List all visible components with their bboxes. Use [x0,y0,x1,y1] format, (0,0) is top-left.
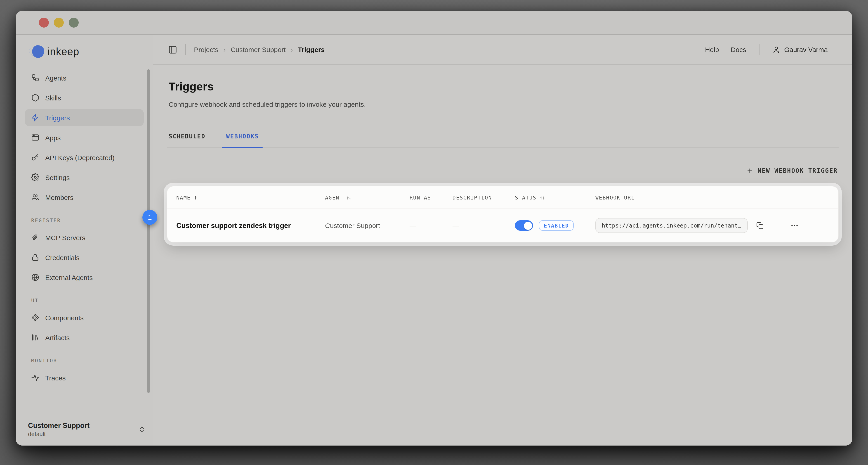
sidebar-item-triggers[interactable]: Triggers [25,109,144,126]
header-divider [185,44,186,55]
sidebar: inkeep Agents Skills Triggers [16,35,153,445]
trigger-url-cell: https://api.agents.inkeep.com/run/tenant… [595,218,829,233]
trigger-tabs: SCHEDULED WEBHOOKS [167,133,839,148]
trigger-status-cell: ENABLED [515,220,595,231]
trigger-name[interactable]: Customer support zendesk trigger [176,222,325,230]
sidebar-nav: Agents Skills Triggers Apps [16,69,153,206]
chevrons-up-down-icon [138,426,146,433]
user-icon [772,46,780,54]
zoom-window-button[interactable] [69,18,79,28]
panel-left-icon [168,45,177,54]
activity-icon [31,374,39,382]
page-description: Configure webhook and scheduled triggers… [168,100,839,108]
main-header: Projects › Customer Support › Triggers H… [153,35,852,65]
workflow-icon [31,74,39,82]
zap-icon [31,114,39,122]
sidebar-item-external-agents[interactable]: External Agents [25,269,144,286]
sidebar-item-skills[interactable]: Skills [25,89,144,106]
sidebar-toggle-button[interactable] [168,45,177,54]
copy-url-button[interactable] [756,222,764,230]
main-content: Projects › Customer Support › Triggers H… [153,35,852,445]
key-icon [31,153,39,162]
sidebar-item-credentials[interactable]: Credentials [25,249,144,266]
column-header-description: DESCRIPTION [453,194,515,201]
users-icon [31,193,39,201]
lock-icon [31,253,39,261]
sidebar-item-members[interactable]: Members [25,188,144,206]
sidebar-section-monitor: MONITOR [31,358,153,364]
sidebar-item-api-keys[interactable]: API Keys (Deprecated) [25,149,144,166]
status-badge: ENABLED [539,220,574,231]
sidebar-item-agents[interactable]: Agents [25,69,144,86]
sort-asc-icon: ↑ [194,194,198,201]
inkeep-logo: inkeep [28,45,153,58]
app-window: inkeep Agents Skills Triggers [16,11,852,445]
library-icon [31,333,39,342]
webhook-url-field[interactable]: https://api.agents.inkeep.com/run/tenant… [595,218,747,233]
status-toggle[interactable] [515,220,533,231]
docs-link[interactable]: Docs [731,46,746,53]
hexagon-icon [31,94,39,102]
project-switcher[interactable]: Customer Support default [28,421,146,437]
breadcrumb-separator: › [291,46,293,53]
tab-scheduled[interactable]: SCHEDULED [168,133,206,147]
tour-step-badge: 1 [143,210,157,225]
webhook-triggers-table: NAME ↑ AGENT ↑↓ RUN AS DESCRIP [167,186,839,242]
column-header-webhook-url: WEBHOOK URL [595,194,829,201]
breadcrumb-current: Triggers [298,46,324,53]
gear-icon [31,173,39,181]
trigger-run-as: — [410,222,453,229]
tab-webhooks[interactable]: WEBHOOKS [226,133,259,147]
column-header-status[interactable]: STATUS ↑↓ [515,194,595,201]
user-name: Gaurav Varma [784,46,828,53]
desktop: inkeep Agents Skills Triggers [0,0,868,465]
breadcrumb-project[interactable]: Customer Support [230,46,285,53]
triggers-page: Triggers Configure webhook and scheduled… [153,65,852,445]
header-divider [759,44,759,55]
sort-both-icon: ↑↓ [346,194,351,201]
column-header-agent[interactable]: AGENT ↑↓ [325,194,410,201]
breadcrumb-projects[interactable]: Projects [194,46,218,53]
user-menu[interactable]: Gaurav Varma [772,46,828,54]
close-window-button[interactable] [39,18,49,28]
table-header-row: NAME ↑ AGENT ↑↓ RUN AS DESCRIP [167,186,838,209]
table-row: Customer support zendesk trigger Custome… [167,209,838,242]
mcp-icon [31,233,39,241]
row-actions-button[interactable] [790,221,799,230]
sidebar-item-artifacts[interactable]: Artifacts [25,329,144,346]
more-horizontal-icon [790,221,799,230]
component-icon [31,314,39,322]
project-environment: default [28,431,90,437]
trigger-agent: Customer Support [325,222,410,229]
sort-both-icon: ↑↓ [539,194,544,201]
column-header-run-as: RUN AS [410,194,453,201]
sidebar-item-components[interactable]: Components [25,309,144,326]
breadcrumb-separator: › [223,46,225,53]
titlebar [16,11,852,35]
globe-icon [31,273,39,281]
breadcrumb: Projects › Customer Support › Triggers [194,46,324,53]
help-link[interactable]: Help [705,46,719,53]
sidebar-item-traces[interactable]: Traces [25,369,144,386]
column-header-name[interactable]: NAME ↑ [176,194,325,201]
sidebar-item-settings[interactable]: Settings [25,169,144,186]
sidebar-section-register: REGISTER [31,217,153,224]
sidebar-section-ui: UI [31,298,153,303]
sidebar-item-mcp-servers[interactable]: MCP Servers [25,229,144,246]
brand-name: inkeep [48,46,79,58]
copy-icon [756,222,764,230]
new-webhook-trigger-button[interactable]: NEW WEBHOOK TRIGGER [746,167,839,174]
inkeep-logo-icon [28,45,44,58]
sidebar-scrollbar[interactable] [147,69,150,393]
trigger-description: — [453,222,515,229]
plus-icon [746,167,753,174]
sidebar-item-apps[interactable]: Apps [25,129,144,146]
minimize-window-button[interactable] [54,18,64,28]
app-window-icon [31,134,39,142]
page-title: Triggers [168,80,839,93]
project-name: Customer Support [28,421,90,431]
